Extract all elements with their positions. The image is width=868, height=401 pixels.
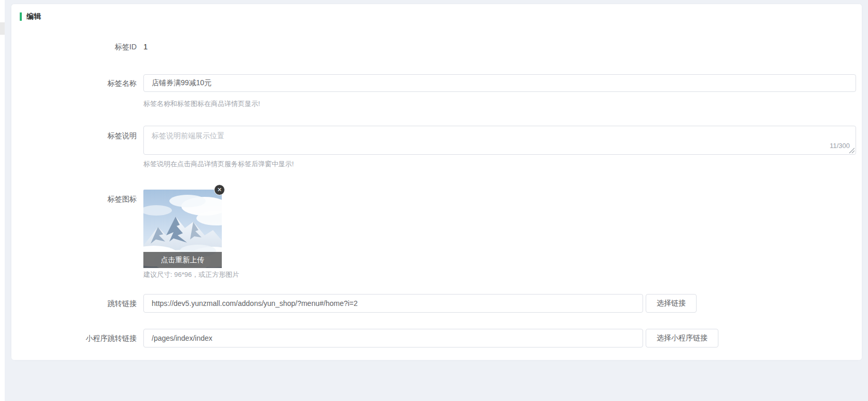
select-link-button[interactable]: 选择链接 [646,294,697,313]
tag-id-row: 标签ID 1 [11,41,862,52]
tag-name-input[interactable] [143,74,856,92]
reupload-overlay[interactable]: 点击重新上传 [143,252,222,268]
tag-id-label: 标签ID [11,41,143,52]
icon-uploader[interactable]: 点击重新上传 ✕ [143,190,222,268]
char-counter: 11/300 [830,142,850,150]
tag-icon-helper-row: 建议尺寸: 96*96，或正方形图片 [11,270,862,279]
select-mini-link-button[interactable]: 选择小程序链接 [646,329,718,347]
mini-link-input[interactable] [143,329,643,347]
jump-link-row: 跳转链接 选择链接 [11,294,862,313]
tag-desc-row: 标签说明 标签说明前端展示位置 11/300 [11,126,862,155]
tag-name-helper-row: 标签名称和标签图标在商品详情页显示! [11,99,862,109]
panel-header: 编辑 [20,11,862,22]
tag-icon-row: 标签图标 [11,190,862,268]
tag-icon-helper: 建议尺寸: 96*96，或正方形图片 [143,271,239,278]
tag-name-label: 标签名称 [11,77,143,89]
tag-id-value: 1 [143,42,148,51]
tag-desc-textarea[interactable]: 标签说明前端展示位置 [143,126,856,155]
edit-panel: 编辑 标签ID 1 标签名称 标签名称和标签图标在商品详情页显示! 标签说明 标… [11,4,862,360]
tag-desc-label: 标签说明 [11,126,143,141]
mini-link-label: 小程序跳转链接 [11,332,143,344]
tag-name-row: 标签名称 [11,74,862,92]
tag-icon-label: 标签图标 [11,190,143,205]
close-icon[interactable]: ✕ [214,184,225,195]
accent-bar [20,12,22,21]
sidebar-fragment [0,22,5,35]
jump-link-input[interactable] [143,294,643,313]
page-title: 编辑 [26,12,41,21]
jump-link-label: 跳转链接 [11,298,143,309]
mini-link-row: 小程序跳转链接 选择小程序链接 [11,329,862,347]
tag-name-helper: 标签名称和标签图标在商品详情页显示! [143,100,260,108]
resize-handle-icon[interactable] [849,148,854,153]
left-edge-strip [0,0,5,401]
tag-desc-helper-row: 标签说明在点击商品详情页服务标签后弹窗中显示! [11,159,862,169]
tag-desc-helper: 标签说明在点击商品详情页服务标签后弹窗中显示! [143,160,294,168]
